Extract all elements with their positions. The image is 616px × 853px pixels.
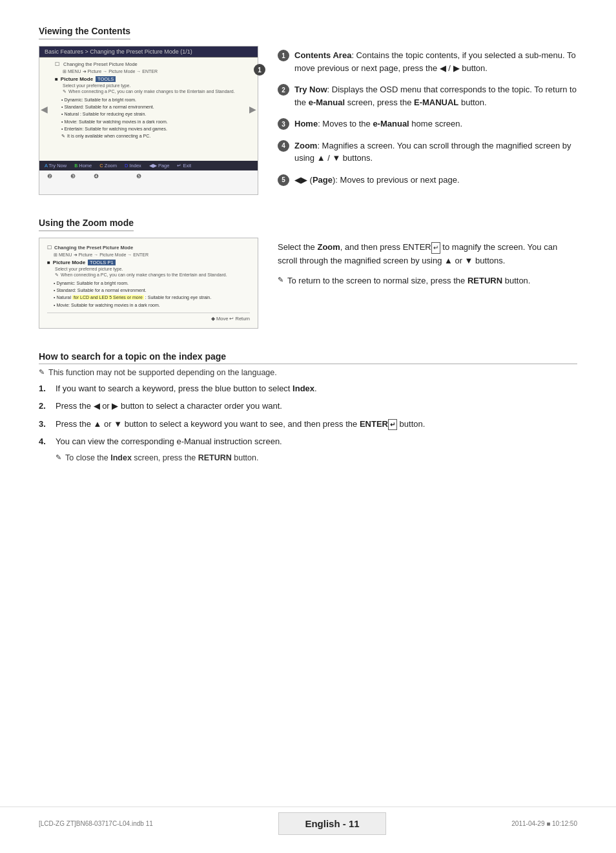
bullet-list: • Dynamic: Suitable for a bright room. •… — [61, 96, 242, 139]
tools-badge: TOOLS — [96, 76, 116, 82]
index-note: ✎ This function may not be supported dep… — [39, 368, 577, 377]
zoom-mode-section: Using the Zoom mode ☐ Changing the Prese… — [39, 218, 577, 329]
zoom-section-layout: ☐ Changing the Preset Picture Mode ⊞ MEN… — [39, 238, 577, 329]
index-steps-list: 1. If you want to search a keyword, pres… — [39, 382, 577, 448]
zoom-note: ✎ To return to the screen to normal size… — [278, 274, 577, 288]
step-4: 4. You can view the corresponding e-Manu… — [39, 435, 577, 448]
step-text-1: If you want to search a keyword, press t… — [56, 382, 317, 395]
screen-body: ◀ ▶ ☐ Changing the Preset Picture Mode ⊞… — [39, 57, 258, 161]
fn-2: ❷ — [47, 173, 52, 180]
viewing-contents-title: Viewing the Contents — [39, 26, 130, 39]
screen-right-arrow: ▶ — [249, 104, 256, 114]
footer-home: B Home — [74, 163, 92, 169]
zoom-para1: Select the Zoom, and then press ENTER↵ t… — [278, 241, 577, 268]
step-text-4: You can view the corresponding e-Manual … — [56, 435, 282, 448]
select-text: Select your preferred picture type. — [63, 83, 242, 88]
zoom-picture-mode: Picture Mode — [53, 260, 85, 265]
zoom-select-text: Select your preferred picture type. — [55, 267, 250, 271]
desc-text-2: Try Now: Displays the OSD menu that corr… — [294, 83, 577, 108]
step-num-2: 2. — [39, 400, 50, 413]
step-num-4: 4. — [39, 435, 50, 448]
page-footer: [LCD-ZG ZT]BN68-03717C-L04.indb 11 Engli… — [0, 807, 616, 840]
desc-item-4: 4 Zoom: Magnifies a screen. You can scro… — [278, 139, 577, 165]
desc-text-4: Zoom: Magnifies a screen. You can scroll… — [294, 139, 577, 165]
viewing-contents-screenshot: Basic Features > Changing the Preset Pic… — [39, 46, 258, 195]
desc-item-2: 2 Try Now: Displays the OSD menu that co… — [278, 83, 577, 108]
viewing-contents-layout: Basic Features > Changing the Preset Pic… — [39, 46, 577, 195]
note-icon-sub: ✎ — [56, 453, 61, 462]
zoom-menu-path: MENU ➜ Picture → Picture Mode → ENTER — [59, 252, 149, 257]
zoom-mode-title: Using the Zoom mode — [39, 218, 134, 231]
footer-index: D Index — [125, 163, 141, 169]
zoom-footer: ◆ Move ↩ Return — [47, 313, 250, 322]
callout-1: 1 — [254, 64, 265, 76]
footer-left: [LCD-ZG ZT]BN68-03717C-L04.indb 11 — [39, 820, 153, 827]
menu-path: MENU ➜ Picture → Picture Mode → ENTER — [68, 69, 158, 74]
circle-3: 3 — [278, 118, 289, 130]
step-1: 1. If you want to search a keyword, pres… — [39, 382, 577, 395]
circle-5: 5 — [278, 174, 289, 186]
index-note-text: This function may not be supported depen… — [48, 368, 277, 377]
note-pencil-icon: ✎ — [278, 274, 283, 286]
screen-footer: A Try Now B Home C Zoom D Index ◀▶ Page … — [39, 161, 258, 170]
zoom-content: ☐ Changing the Preset Picture Mode ⊞ MEN… — [39, 238, 258, 328]
step-text-3: Press the ▲ or ▼ button to select a keyw… — [56, 418, 425, 431]
zoom-note-text: When connecting a PC, you can only make … — [61, 272, 227, 278]
step-num-3: 3. — [39, 418, 50, 431]
desc-item-1: 1 Contents Area: Contains the topic cont… — [278, 49, 577, 74]
circle-1: 1 — [278, 50, 289, 61]
index-search-section: How to search for a topic on the index p… — [39, 351, 577, 462]
zoom-bullet-list: • Dynamic: Suitable for a bright room. •… — [54, 280, 250, 309]
step-num-1: 1. — [39, 382, 50, 395]
footer-right: 2011-04-29 ■ 10:12:50 — [511, 820, 577, 827]
note-icon-index: ✎ — [39, 368, 45, 376]
picture-mode-label: Picture Mode — [61, 76, 93, 82]
index-sub-note: ✎ To close the Index screen, press the R… — [56, 453, 577, 462]
screen-header: Basic Features > Changing the Preset Pic… — [39, 46, 258, 57]
circle-2: 2 — [278, 84, 289, 96]
note-text: When connecting a PC, you can only make … — [68, 89, 235, 94]
zoom-description: Select the Zoom, and then press ENTER↵ t… — [278, 238, 577, 329]
viewing-contents-section: Viewing the Contents Basic Features > Ch… — [39, 26, 577, 195]
step-2: 2. Press the ◀ or ▶ button to select a c… — [39, 400, 577, 413]
enter-icon-step3: ↵ — [388, 419, 397, 430]
footnote-numbers: ❷ ❸ ❹ ❺ — [39, 170, 258, 182]
fn-5: ❺ — [136, 173, 141, 180]
screen-left-arrow: ◀ — [41, 104, 48, 114]
enter-icon: ↵ — [431, 242, 440, 254]
index-search-title: How to search for a topic on the index p… — [39, 351, 577, 364]
footer-page: ◀▶ Page — [149, 163, 170, 169]
desc-text-5: ◀▶ (Page): Moves to previous or next pag… — [294, 174, 460, 187]
footer-zoom: C Zoom — [99, 163, 117, 169]
menu-changing-title: Changing the Preset Picture Mode — [63, 61, 138, 67]
zoom-screenshot: ☐ Changing the Preset Picture Mode ⊞ MEN… — [39, 238, 258, 329]
desc-text-1: Contents Area: Contains the topic conten… — [294, 49, 577, 74]
desc-text-3: Home: Moves to the e-Manual home screen. — [294, 118, 462, 130]
circle-4: 4 — [278, 140, 289, 152]
step-text-2: Press the ◀ or ▶ button to select a char… — [56, 400, 282, 413]
page: Viewing the Contents Basic Features > Ch… — [0, 0, 616, 853]
viewing-contents-descriptions: 1 Contents Area: Contains the topic cont… — [278, 46, 577, 195]
step-3: 3. Press the ▲ or ▼ button to select a k… — [39, 418, 577, 431]
footer-exit: ↵ Exit — [177, 163, 191, 169]
zoom-tools-badge: TOOLS P1 — [88, 260, 116, 265]
desc-item-3: 3 Home: Moves to the e-Manual home scree… — [278, 118, 577, 130]
fn-4: ❹ — [94, 173, 99, 180]
desc-item-5: 5 ◀▶ (Page): Moves to previous or next p… — [278, 174, 577, 187]
index-sub-note-text: To close the Index screen, press the RET… — [65, 453, 258, 462]
footer-try-now: A Try Now — [45, 163, 67, 169]
note-symbol: ✎ — [63, 89, 67, 94]
zoom-menu-title: Changing the Preset Picture Mode — [54, 245, 133, 251]
footer-center: English - 11 — [278, 812, 385, 835]
fn-3: ❸ — [70, 173, 76, 180]
